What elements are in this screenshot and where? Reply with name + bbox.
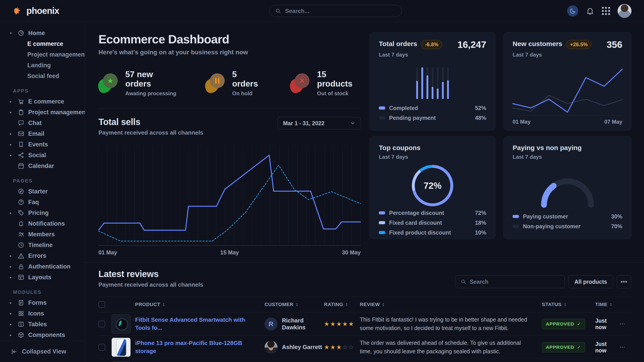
stat-label: Awating processing [125,90,178,97]
legend-swatch [513,215,519,218]
bookmark-icon [18,141,24,148]
sidebar-subitem-e-commerce[interactable]: E commerce [10,38,80,49]
collapsed-view-button[interactable]: Collapsed View [0,341,85,362]
reviews-search-input[interactable] [470,279,560,285]
card-period: Last 7 days [513,52,622,58]
sort-icon[interactable]: ▲▼ [382,303,385,307]
sidebar-item-timeline[interactable]: Timeline [10,240,80,250]
sidebar-item-tables[interactable]: ▸ Tables [10,319,80,330]
date-range-select[interactable]: Mar 1 - 31, 2022 [278,117,361,129]
total-orders-card: Total orders -6.8% 16,247 Last 7 days Co… [370,32,496,131]
x-label: 07 May [604,119,622,125]
column-header-review[interactable]: REVIEW▲▼ [360,302,542,308]
sidebar-item-members[interactable]: Members [10,229,80,240]
status-badge: APPROVED ✓ [542,319,585,329]
sidebar-item-components[interactable]: ▸ Components [10,330,80,340]
sidebar-subitem-landing[interactable]: Landing [10,60,80,71]
latest-reviews-subtitle: Payment received across all channels [98,281,203,288]
row-menu-button[interactable]: ⋯ [620,321,630,327]
sort-icon[interactable]: ▲▼ [610,303,612,307]
product-link[interactable]: iPhone 13 pro max-Pacific Blue-128GB sto… [135,339,264,355]
sidebar-item-email[interactable]: ▸ Email [10,128,80,139]
stat-on-hold: 5 orders On hold [206,70,262,97]
legend-row-pending-payment: Pending payment 48% [379,113,486,123]
sidebar-item-social[interactable]: ▸ Social [10,150,80,161]
row-menu-button[interactable]: ⋯ [620,344,630,351]
user-avatar[interactable] [618,4,632,18]
sidebar-item-faq[interactable]: Faq [10,197,80,208]
sort-icon[interactable]: ▲▼ [296,303,298,307]
bell-icon[interactable] [586,7,594,15]
sidebar-item-calendar[interactable]: Calendar [10,161,80,171]
brand-logo[interactable]: phoenix [12,6,59,16]
sidebar-item-authentication[interactable]: ▸ Authentication [10,261,80,272]
sidebar-item-starter[interactable]: Starter [10,186,80,197]
more-options-button[interactable]: ••• [617,275,631,288]
theme-toggle-button[interactable] [567,5,578,16]
column-header-time[interactable]: TIME▲▼ [595,302,620,308]
section-divider [85,263,644,263]
sidebar-item-chat[interactable]: Chat [10,118,80,128]
reviews-table: PRODUCT▲▼CUSTOMER▲▼RATING▲▼REVIEW▲▼STATU… [98,297,631,362]
sidebar-item-e-commerce[interactable]: ▸ E commerce [10,96,80,107]
sidebar-item-pricing[interactable]: ▸ Pricing [10,208,80,218]
column-header-rating[interactable]: RATING▲▼ [324,302,360,308]
warning-icon [18,252,24,259]
sidebar-item-label: Events [28,141,48,148]
card-value: 356 [607,40,622,49]
sidebar-item-errors[interactable]: ▸ Errors [10,250,80,261]
customer-avatar [264,341,278,354]
pause-blob-icon [206,73,226,93]
stat-value: 15 products [317,70,361,88]
stat-label: Out of stock [317,90,361,97]
order-bar [442,67,444,99]
legend-value: 52% [475,105,486,111]
product-thumbnail-iphone[interactable] [112,338,131,357]
product-thumbnail-smartwatch[interactable] [112,314,131,334]
apps-grid-icon[interactable] [602,7,610,15]
review-text: This Fitbit is fantastic! I was trying t… [360,316,542,332]
legend-row-paying-customer: Paying customer 30% [513,212,622,221]
chevron-right-icon: ▸ [10,275,14,280]
product-thumbnail[interactable] [112,361,131,362]
page-title: Ecommerce Dashboard [98,32,361,46]
stat-label: On hold [232,90,262,97]
card-title: Top coupons [379,144,420,152]
sidebar-item-layouts[interactable]: ▸ Layouts [10,272,80,283]
all-products-button[interactable]: All products [568,275,613,288]
search-input[interactable] [285,7,396,14]
sidebar-section-modules: MODULES [13,289,80,295]
reviews-search[interactable] [456,275,565,288]
mail-icon [18,130,24,137]
global-search[interactable] [269,5,402,17]
row-checkbox[interactable] [98,321,105,327]
sort-icon[interactable]: ▲▼ [346,303,348,307]
sidebar-item-events[interactable]: ▸ Events [10,139,80,150]
sidebar-subitem-social-feed[interactable]: Social feed [10,71,80,81]
sidebar: ▾ HomeE commerceProject managementLandin… [0,22,85,362]
sidebar-item-icons[interactable]: ▸ Icons [10,308,80,319]
column-header-product[interactable]: PRODUCT▲▼ [135,302,264,308]
sidebar-item-project-management[interactable]: ▸ Project management [10,107,80,118]
row-checkbox[interactable] [98,344,105,351]
column-header-customer[interactable]: CUSTOMER▲▼ [264,302,324,308]
product-link[interactable]: Fitbit Sense Advanced Smartwatch with To… [135,316,264,332]
x-label: 30 May [342,249,361,256]
sort-icon[interactable]: ▲▼ [162,303,165,307]
chevron-right-icon: ▸ [10,131,14,136]
sort-icon[interactable]: ▲▼ [564,303,566,307]
review-text: The order was delivered ahead of schedul… [360,339,542,356]
trend-badge: +26.5% [566,40,592,49]
sidebar-subitem-project-management[interactable]: Project management [10,49,80,60]
total-sells-chart [98,145,361,246]
select-all-checkbox[interactable] [98,301,105,308]
sidebar-item-label: Timeline [28,242,52,249]
sidebar-item-forms[interactable]: ▸ Forms [10,297,80,308]
sidebar-item-notifications[interactable]: Notifications [10,218,80,229]
legend-label: Pending payment [389,115,436,121]
column-header-status[interactable]: STATUS▲▼ [542,302,595,308]
review-time: Just now [595,318,620,331]
sidebar-item-home[interactable]: ▾ Home [10,28,80,38]
total-sells-subtitle: Payment received across all channels [98,129,203,136]
chevron-right-icon: ▸ [10,110,14,115]
